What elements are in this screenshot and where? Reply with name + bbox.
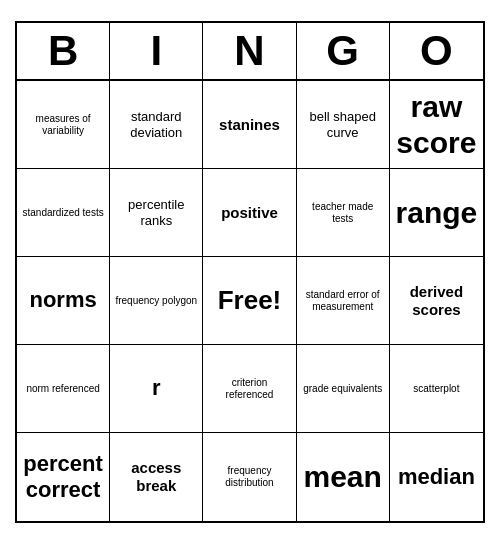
header-letter-N: N <box>203 23 296 79</box>
bingo-cell-20: percent correct <box>17 433 110 521</box>
header-letter-B: B <box>17 23 110 79</box>
bingo-cell-3: bell shaped curve <box>297 81 390 169</box>
bingo-cell-8: teacher made tests <box>297 169 390 257</box>
header-letter-I: I <box>110 23 203 79</box>
bingo-cell-7: positive <box>203 169 296 257</box>
bingo-cell-19: scatterplot <box>390 345 483 433</box>
bingo-cell-12: Free! <box>203 257 296 345</box>
bingo-cell-17: criterion referenced <box>203 345 296 433</box>
bingo-header: BINGO <box>17 23 483 81</box>
header-letter-O: O <box>390 23 483 79</box>
bingo-cell-6: percentile ranks <box>110 169 203 257</box>
bingo-card: BINGO measures of variabilitystandard de… <box>15 21 485 523</box>
bingo-cell-24: median <box>390 433 483 521</box>
bingo-cell-16: r <box>110 345 203 433</box>
bingo-cell-10: norms <box>17 257 110 345</box>
bingo-cell-22: frequency distribution <box>203 433 296 521</box>
bingo-cell-11: frequency polygon <box>110 257 203 345</box>
bingo-cell-1: standard deviation <box>110 81 203 169</box>
bingo-cell-18: grade equivalents <box>297 345 390 433</box>
bingo-cell-9: range <box>390 169 483 257</box>
bingo-cell-2: stanines <box>203 81 296 169</box>
bingo-cell-23: mean <box>297 433 390 521</box>
bingo-cell-21: access break <box>110 433 203 521</box>
bingo-grid: measures of variabilitystandard deviatio… <box>17 81 483 521</box>
bingo-cell-5: standardized tests <box>17 169 110 257</box>
bingo-cell-14: derived scores <box>390 257 483 345</box>
bingo-cell-15: norm referenced <box>17 345 110 433</box>
bingo-cell-13: standard error of measurement <box>297 257 390 345</box>
header-letter-G: G <box>297 23 390 79</box>
bingo-cell-4: raw score <box>390 81 483 169</box>
bingo-cell-0: measures of variability <box>17 81 110 169</box>
